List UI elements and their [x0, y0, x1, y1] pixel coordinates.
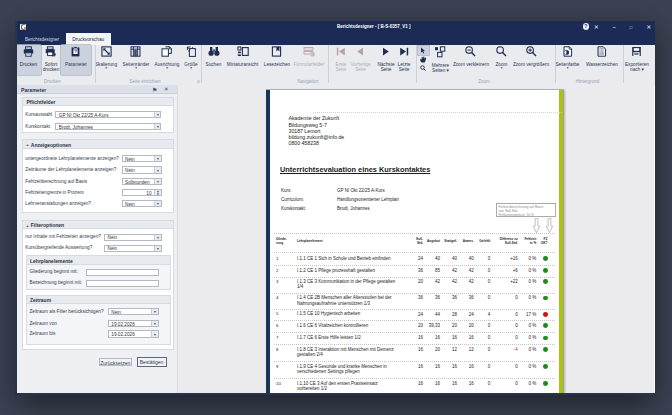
svg-text:?: ? [75, 49, 78, 54]
